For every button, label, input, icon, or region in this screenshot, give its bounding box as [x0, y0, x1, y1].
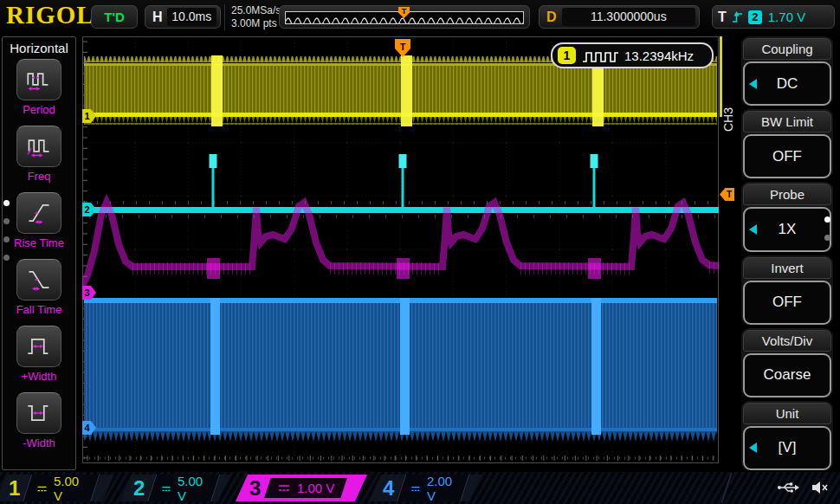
menu-item-period[interactable]: Period	[3, 59, 75, 126]
left-arrow-icon	[749, 79, 757, 89]
plus-width-icon	[26, 334, 52, 359]
svg-text:2: 2	[84, 204, 89, 215]
memory-depth: 3.00M pts	[231, 17, 281, 30]
dc-coupling-icon	[277, 483, 291, 493]
dc-coupling-icon	[161, 483, 171, 493]
ch1-status[interactable]: 1 5.00 V	[0, 475, 114, 501]
menu-item-rise-time[interactable]: Rise Time	[3, 192, 75, 259]
freq-icon	[26, 134, 52, 158]
ch4-waveform	[84, 298, 717, 442]
fall-time-icon	[26, 268, 52, 292]
menu-item-fall-time[interactable]: Fall Time	[3, 259, 75, 326]
minus-width-icon	[26, 401, 52, 425]
rise-time-icon	[26, 201, 52, 225]
waveform-display: 1 2 3 4 T 1 13.2394kHz	[82, 36, 719, 463]
menu-group-coupling[interactable]: Coupling DC	[741, 36, 833, 106]
channel-menu: Coupling DC BW Limit OFF Probe 1X Invert…	[741, 36, 833, 470]
trigger-level-value: 1.70 V	[768, 10, 805, 24]
header-bar: RIGOL T'D H 10.0ms 25.0MSa/s 3.00M pts	[0, 0, 840, 35]
dc-coupling-icon	[410, 483, 421, 493]
ch2-status[interactable]: 2 5.00 V	[120, 475, 230, 501]
oscilloscope-screen: RIGOL T'D H 10.0ms 25.0MSa/s 3.00M pts	[0, 0, 840, 504]
menu-item-minus-width[interactable]: -Width	[3, 392, 75, 459]
trigger-settings-box[interactable]: T 2 1.70 V	[712, 5, 835, 29]
dc-coupling-icon	[36, 483, 48, 493]
ch3-status[interactable]: 3 1.00 V	[236, 475, 367, 501]
horizontal-label: H	[152, 10, 163, 25]
speaker-muted-icon	[811, 480, 830, 495]
menu-tab-label: CH3	[721, 94, 735, 145]
delay-value: 11.3000000us	[562, 8, 695, 26]
right-menu-page-dots	[824, 216, 830, 241]
svg-text:1: 1	[84, 111, 89, 121]
period-icon	[26, 68, 52, 92]
measurement-badge: 1 13.2394kHz	[552, 43, 713, 68]
left-arrow-icon	[749, 224, 757, 235]
ch2-scale: 5.00 V	[178, 474, 207, 503]
timebase-value: 10.0ms	[167, 8, 216, 26]
svg-text:1: 1	[564, 48, 571, 62]
ch4-status[interactable]: 4 2.00 V	[369, 475, 481, 501]
delay-label: D	[546, 10, 557, 25]
trigger-level-marker[interactable]: T	[720, 188, 734, 201]
trigger-status-box: T'D	[91, 5, 138, 29]
menu-group-unit[interactable]: Unit [V]	[741, 401, 833, 470]
menu-group-bw-limit[interactable]: BW Limit OFF	[741, 109, 833, 178]
trigger-status: T'D	[104, 10, 125, 24]
horizontal-timebase-box[interactable]: H 10.0ms	[145, 5, 221, 29]
menu-item-plus-width[interactable]: +Width	[3, 326, 75, 392]
menu-group-invert[interactable]: Invert OFF	[741, 255, 833, 325]
left-menu-title: Horizontal	[3, 41, 75, 55]
svg-text:3: 3	[84, 288, 89, 298]
channel-status-bar: 1 5.00 V 2 5.00 V 3 1.00 V 4 2.00 V	[0, 472, 840, 504]
trigger-position-bar[interactable]: T	[279, 5, 530, 29]
menu-item-freq[interactable]: Freq	[3, 126, 75, 192]
svg-text:13.2394kHz: 13.2394kHz	[624, 48, 694, 63]
ch4-scale: 2.00 V	[428, 474, 456, 503]
left-arrow-icon	[749, 443, 757, 453]
menu-group-volts-div[interactable]: Volts/Div Coarse	[741, 328, 833, 397]
trigger-source-badge: 2	[748, 10, 762, 24]
sample-rate: 25.0MSa/s	[231, 4, 281, 17]
delay-box[interactable]: D 11.3000000us	[539, 5, 700, 29]
active-menu-tab: CH3	[719, 36, 740, 175]
usb-icon	[777, 481, 800, 494]
svg-text:T: T	[400, 42, 406, 52]
ch1-scale: 5.00 V	[55, 474, 86, 503]
left-measure-menu: Horizontal Period Freq	[2, 36, 76, 470]
menu-group-probe[interactable]: Probe 1X	[741, 182, 833, 251]
trigger-label: T	[718, 10, 727, 25]
svg-text:4: 4	[84, 423, 90, 433]
rising-edge-icon	[731, 10, 744, 24]
status-bar-divider	[720, 473, 732, 503]
ch3-scale: 1.00 V	[297, 481, 334, 495]
rigol-logo: RIGOL	[6, 1, 94, 29]
acquisition-info: 25.0MSa/s 3.00M pts	[224, 4, 281, 30]
left-menu-page-dots	[3, 200, 10, 261]
